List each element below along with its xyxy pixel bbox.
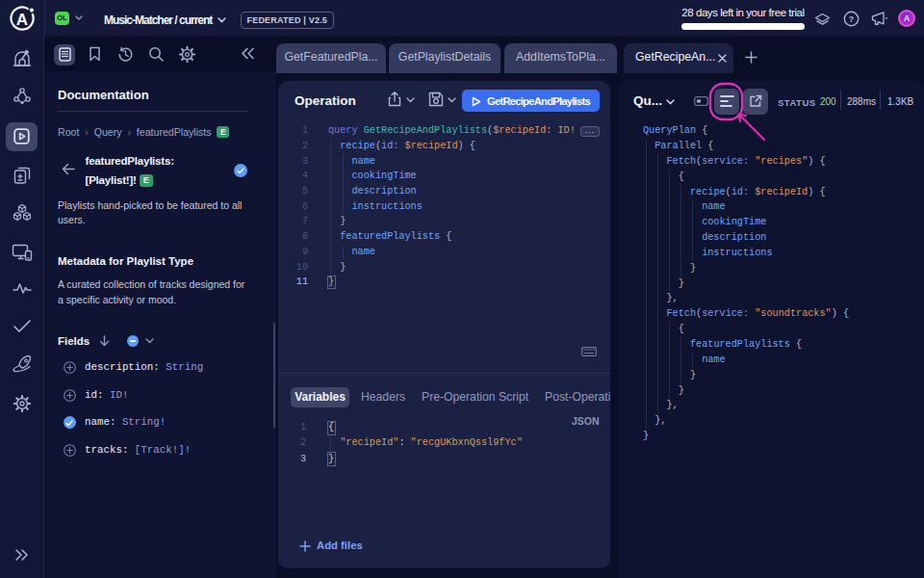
svg-text:A: A: [16, 11, 28, 29]
svg-text:?: ?: [849, 13, 855, 24]
